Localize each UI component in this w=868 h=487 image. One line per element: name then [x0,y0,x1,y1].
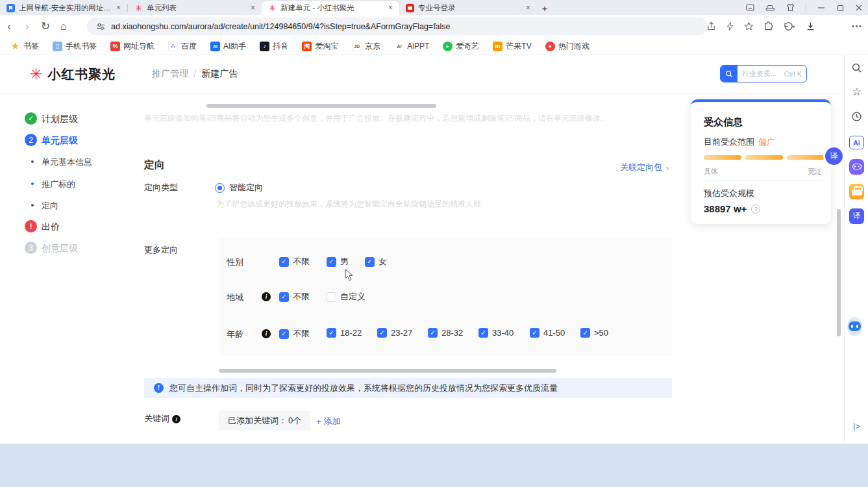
substep-promo-target[interactable]: 推广标的 [42,179,75,190]
rail-ai-icon[interactable]: Ai [849,135,864,150]
history-dropdown-icon[interactable] [783,21,796,31]
bookmark-shuqian[interactable]: ★书签 [10,41,39,52]
help-icon[interactable] [751,205,760,214]
bookmark-mobile[interactable]: ▯手机书签 [53,41,97,52]
rail-history-icon[interactable] [849,109,864,124]
xiaohongshu-logo[interactable]: ✳ 小红书聚光 [30,66,116,83]
checkbox-age-23-27[interactable]: 23-27 [377,328,412,338]
logo-text: 小红书聚光 [47,66,116,83]
extensions-icon[interactable] [763,21,773,31]
xhs-spark-icon: ✳ [30,67,42,82]
substep-dot [31,204,34,206]
back-icon[interactable]: ‹ [0,20,18,33]
info-icon[interactable] [262,329,271,338]
substep-dot [31,160,34,163]
targeting-pack-link[interactable]: 关联定向包 › [620,162,669,173]
rail-tools-icon[interactable] [849,184,864,199]
bookmark-jd[interactable]: JD京东 [352,41,380,52]
checkbox-region-unlimited[interactable]: 不限 [279,291,310,303]
more-menu-icon[interactable] [852,25,862,28]
range-value: 偏广 [758,136,775,148]
info-icon[interactable] [262,292,271,301]
reload-icon[interactable]: ↻ [36,19,55,33]
checkbox-age-unlimited[interactable]: 不限 [279,328,310,340]
search-placeholder: 行业资质... [742,69,776,79]
tab-new-unit-active[interactable]: 新建单元 - 小红书聚光 × [262,1,399,15]
bookmark-nav[interactable]: %网址导航 [110,41,155,52]
rail-copilot-chat-icon[interactable] [847,319,862,334]
bookmark-mgtv[interactable]: m芒果TV [493,41,531,52]
smart-targeting-radio[interactable]: 智能定向 [215,182,263,194]
favorite-star-icon[interactable] [744,21,754,31]
browser-assistant-icon[interactable] [765,4,775,12]
tab-close-icon[interactable]: × [525,3,532,12]
step-creative-level[interactable]: 创意层级 [42,243,78,255]
breadcrumb-parent[interactable]: 推广管理 [152,68,188,80]
url-bar[interactable]: ad.xiaohongshu.com/aurora/ad/create/unit… [87,18,708,35]
header-search-box[interactable]: 行业资质... Ctrl K [720,65,807,82]
substep-unit-basic[interactable]: 单元基本信息 [42,156,92,168]
red-badge-icon [406,4,414,12]
close-icon[interactable] [855,4,863,12]
checkbox-gender-male[interactable]: 男 [327,256,349,268]
tab-unit-list[interactable]: 单元列表 × [128,1,262,15]
bookmark-taobao[interactable]: 淘爱淘宝 [302,41,338,52]
rail-translate-icon[interactable]: 译 [849,208,864,223]
horizontal-scrollbar[interactable] [219,369,556,373]
checkbox-gender-female[interactable]: 女 [365,256,387,268]
browser-side-rail: ☆ Ai 译 |> [844,55,868,443]
tab-close-icon[interactable]: × [249,3,256,12]
step-plan-level[interactable]: 计划层级 [42,114,78,125]
nav-shield-icon [6,4,15,12]
scale-max-label: 宽泛 [808,167,822,177]
checkbox-age-28-32[interactable]: 28-32 [428,328,463,338]
baidu-paw-icon: ∴ [168,42,178,51]
checkbox-icon [377,328,387,338]
rail-search-icon[interactable] [849,60,864,75]
step-bidding[interactable]: 出价 [42,221,60,233]
new-tab-button[interactable]: + [537,1,552,15]
bookmark-iqiyi[interactable]: ▸爱奇艺 [443,41,479,52]
bookmark-ai[interactable]: AIAI助手 [210,41,246,52]
bookmark-games[interactable]: ♦热门游戏 [545,41,589,52]
home-icon[interactable]: ⌂ [55,20,73,33]
horizontal-scrollbar[interactable] [206,104,436,108]
tab-pro-login[interactable]: 专业号登录 × [399,1,537,15]
vertical-scrollbar[interactable] [837,209,841,336]
add-keyword-button[interactable]: + 添加 [316,416,341,427]
bookmark-aippt[interactable]: AIAiPPT [394,42,429,51]
rail-games-icon[interactable] [849,159,864,174]
bookmark-douyin[interactable]: ♪抖音 [260,41,288,52]
forward-icon[interactable]: › [18,20,36,33]
step-done-icon [25,112,37,125]
checkbox-icon [279,329,289,339]
site-settings-icon[interactable] [96,22,105,31]
checkbox-gender-unlimited[interactable]: 不限 [279,256,310,268]
checkbox-age-18-22[interactable]: 18-22 [327,328,362,338]
checkbox-age-41-50[interactable]: 41-50 [530,328,565,338]
appearance-icon[interactable] [786,3,795,12]
tab-close-icon[interactable]: × [387,3,394,12]
downloads-icon[interactable] [806,21,815,31]
bookmark-baidu[interactable]: ∴百度 [168,41,197,52]
checkbox-age-50plus[interactable]: >50 [580,328,608,338]
tab-close-icon[interactable]: × [115,3,122,12]
minimize-icon[interactable] [817,4,825,12]
workspace-icon[interactable] [746,3,754,12]
step-unit-level[interactable]: 单元层级 [42,135,78,147]
performance-icon[interactable] [726,21,734,31]
share-icon[interactable] [706,21,716,31]
checkbox-region-custom[interactable]: 自定义 [327,291,366,303]
keyword-count: 0个 [288,415,301,427]
translate-bubble-icon[interactable]: 译 [825,147,843,165]
checkbox-age-33-40[interactable]: 33-40 [478,328,514,338]
rail-collapse-icon[interactable]: |> [849,419,864,434]
phone-icon: ▯ [53,42,62,51]
substep-targeting[interactable]: 定向 [42,200,58,212]
tab-nav-site[interactable]: 上网导航-安全实用的网址导航 × [0,1,127,15]
bookmarks-bar: ★书签 ▯手机书签 %网址导航 ∴百度 AIAI助手 ♪抖音 淘爱淘宝 JD京东… [0,38,868,55]
more-targeting-panel: 性别 不限 男 女 地域 不限 自定义 年龄 不限 18-22 23-27 28… [219,238,672,356]
maximize-icon[interactable] [836,4,844,12]
info-icon[interactable] [172,415,180,423]
rail-favorites-icon[interactable]: ☆ [849,84,864,99]
